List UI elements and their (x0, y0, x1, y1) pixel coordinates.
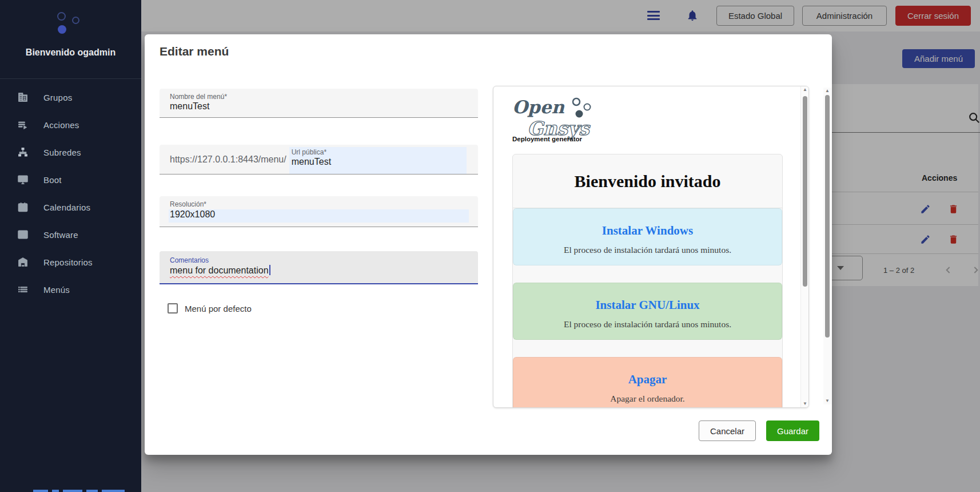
logo-subtitle: Deployment generator (512, 136, 582, 142)
screen: Estado Global Administración Cerrar sesi… (0, 0, 980, 492)
public-url-value: menuTest (289, 157, 467, 172)
default-menu-checkbox-label: Menú por defecto (185, 304, 252, 314)
scrollbar-thumb[interactable] (803, 96, 807, 287)
cancel-button[interactable]: Cancelar (699, 420, 756, 441)
scroll-down-icon[interactable]: ▼ (801, 400, 809, 407)
calendar-icon (17, 201, 29, 213)
preview-entry-link[interactable]: Apagar (628, 372, 667, 387)
menu-name-label: Nombre del menú* (160, 89, 478, 101)
warehouse-icon (17, 256, 29, 268)
welcome-user-label: Bienvenido ogadmin (0, 47, 141, 58)
menu-preview-panel: Open Gnsys Deployment generator Bienveni… (493, 86, 809, 408)
preview-entry-windows: Instalar Windows El proceso de instalaci… (513, 208, 782, 265)
sidebar-divider (0, 78, 141, 79)
preview-menu: Bienvenido invitado Instalar Windows El … (512, 154, 783, 408)
resolution-value: 1920x1080 (169, 209, 469, 223)
preview-entry-link[interactable]: Instalar Windows (602, 224, 693, 238)
dialog-scrollbar[interactable]: ▲ ▼ (823, 88, 831, 404)
buildings-icon (17, 92, 29, 103)
sidebar-item-grupos[interactable]: Grupos (0, 84, 141, 111)
resolution-label: Resolución* (160, 196, 478, 209)
sidebar-item-repositorios[interactable]: Repositorios (0, 248, 141, 276)
sidebar-item-software[interactable]: Software (0, 221, 141, 248)
edit-menu-dialog: Editar menú Nombre del menú* menuTest ht… (145, 34, 832, 455)
preview-entry-link[interactable]: Instalar GNU/Linux (595, 298, 699, 312)
scroll-up-icon[interactable]: ▲ (823, 88, 831, 94)
sidebar-item-menus[interactable]: Menús (0, 276, 141, 303)
public-url-label: Url pública* (289, 147, 467, 157)
opengnsys-dots-logo (0, 0, 141, 40)
public-url-input[interactable]: Url pública* menuTest (289, 147, 467, 174)
text-cursor (269, 265, 270, 275)
preview-entry-apagar: Apagar Apagar el ordenador. (513, 357, 782, 408)
dialog-actions: Cancelar Guardar (145, 420, 832, 441)
menu-name-value: menuTest (160, 101, 478, 116)
public-url-prefix: https://127.0.0.1:8443/menu/ (160, 154, 286, 165)
terminal-icon (17, 229, 29, 240)
sidebar: Bienvenido ogadmin Grupos Acciones (0, 0, 141, 492)
opengnsys-logo: Open Gnsys (512, 95, 615, 142)
scroll-down-icon[interactable]: ▼ (823, 398, 831, 404)
preview-scrollbar[interactable]: ▲ ▼ (800, 86, 808, 407)
menu-list-icon (17, 284, 29, 295)
svg-text:Open: Open (512, 97, 564, 117)
sidebar-item-acciones[interactable]: Acciones (0, 111, 141, 138)
default-menu-checkbox-row[interactable]: Menú por defecto (168, 303, 252, 314)
save-button[interactable]: Guardar (766, 420, 819, 441)
default-menu-checkbox[interactable] (168, 303, 178, 314)
comments-label: Comentarios (160, 251, 478, 265)
sidebar-bottom-link-clipped[interactable] (33, 490, 125, 492)
scrollbar-thumb[interactable] (825, 95, 830, 338)
monitor-icon (17, 174, 29, 185)
sidebar-item-boot[interactable]: Boot (0, 166, 141, 193)
menu-name-field[interactable]: Nombre del menú* menuTest (160, 89, 478, 118)
preview-welcome-header: Bienvenido invitado (513, 154, 782, 208)
preview-entry-description: El proceso de instalación tardará unos m… (513, 245, 782, 255)
dialog-title: Editar menú (160, 45, 229, 58)
sidebar-item-calendarios[interactable]: Calendarios (0, 193, 141, 221)
scroll-up-icon[interactable]: ▲ (801, 86, 809, 93)
preview-entry-description: Apagar el ordenador. (513, 394, 782, 404)
comments-value: menu for documentation (170, 265, 269, 275)
action-list-icon (17, 119, 29, 130)
sidebar-item-subredes[interactable]: Subredes (0, 138, 141, 166)
preview-entry-linux: Instalar GNU/Linux El proceso de instala… (513, 283, 782, 340)
resolution-field[interactable]: Resolución* 1920x1080 (160, 196, 478, 227)
public-url-field[interactable]: https://127.0.0.1:8443/menu/ Url pública… (160, 145, 478, 174)
preview-entry-description: El proceso de instalación tardará unos m… (513, 319, 782, 330)
comments-field[interactable]: Comentarios menu for documentation (160, 251, 478, 284)
network-tree-icon (17, 146, 29, 158)
